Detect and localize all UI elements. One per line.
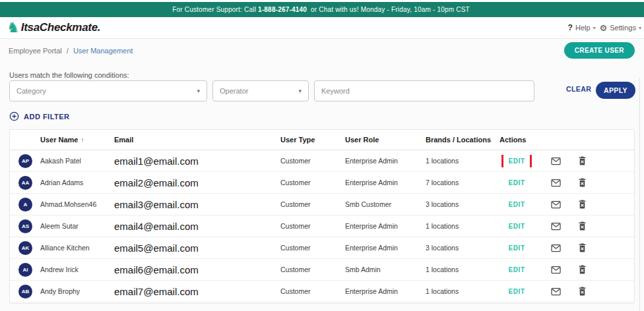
- user-role-cell: Smb Admin: [345, 266, 426, 273]
- delete-user-button[interactable]: [578, 243, 587, 252]
- column-header-user-role[interactable]: User Role: [345, 136, 426, 144]
- category-select[interactable]: Category ▾: [9, 80, 207, 101]
- envelope-icon: [551, 287, 561, 296]
- send-email-button[interactable]: [551, 244, 561, 252]
- scrollbar-track[interactable]: [639, 78, 640, 311]
- column-header-brands-locations[interactable]: Brands / Locations: [426, 136, 499, 144]
- user-role-cell: Enterprise Admin: [345, 287, 426, 295]
- add-filter-button[interactable]: ADD FILTER: [9, 111, 70, 121]
- brand-logo-text: ItsaCheckmate.: [21, 21, 101, 34]
- breadcrumb: Employee Portal / User Management: [9, 47, 133, 55]
- user-name-cell: Aleem Sutar: [40, 222, 114, 230]
- clear-button[interactable]: CLEAR: [566, 85, 591, 93]
- user-role-cell: Enterprise Admin: [345, 222, 426, 230]
- user-name-cell: Andrew Irick: [40, 266, 114, 273]
- settings-menu[interactable]: ⚙ Settings ▾: [600, 23, 641, 33]
- edit-button-wrap: EDIT: [499, 285, 534, 298]
- email-cell: email4@email.com: [114, 221, 280, 232]
- support-banner: For Customer Support: Call 1-888-267-414…: [0, 2, 644, 17]
- edit-button[interactable]: EDIT: [504, 264, 529, 276]
- apply-button[interactable]: APPLY: [596, 82, 635, 99]
- send-email-button[interactable]: [551, 157, 561, 165]
- edit-button[interactable]: EDIT: [504, 198, 529, 211]
- email-cell: email5@email.com: [114, 242, 280, 254]
- table-row[interactable]: AI Andrew Irick email6@email.com Custome…: [10, 259, 634, 281]
- column-header-user-name[interactable]: User Name ↑: [40, 136, 114, 144]
- send-email-button[interactable]: [551, 287, 561, 296]
- user-role-cell: Enterprise Admin: [345, 157, 426, 165]
- settings-menu-label: Settings: [610, 24, 636, 32]
- edit-button[interactable]: EDIT: [504, 220, 529, 233]
- envelope-icon: [551, 179, 561, 187]
- header-menu: ? Help ▾ ⚙ Settings ▾: [568, 23, 644, 33]
- add-filter-label: ADD FILTER: [24, 113, 70, 121]
- keyword-input[interactable]: [321, 87, 527, 95]
- user-type-cell: Customer: [280, 266, 345, 273]
- user-name-cell: Ahmad.Mohsen46: [40, 200, 114, 208]
- avatar: A: [18, 198, 32, 212]
- table-body: AP Aakash Patel email1@email.com Custome…: [10, 150, 634, 302]
- edit-button-wrap: EDIT: [499, 242, 534, 254]
- app-header: ♞ ItsaCheckmate. ? Help ▾ ⚙ Settings ▾: [0, 17, 644, 39]
- send-email-button[interactable]: [551, 266, 561, 274]
- envelope-icon: [551, 244, 561, 252]
- create-user-button[interactable]: CREATE USER: [564, 42, 635, 59]
- chevron-down-icon: ▾: [593, 25, 596, 31]
- table-row[interactable]: AP Aakash Patel email1@email.com Custome…: [10, 150, 634, 172]
- email-cell: email3@email.com: [114, 199, 280, 210]
- delete-user-button[interactable]: [578, 200, 587, 209]
- send-email-button[interactable]: [551, 222, 561, 231]
- send-email-button[interactable]: [551, 179, 561, 187]
- actions-cell: EDIT: [499, 177, 635, 189]
- envelope-icon: [551, 157, 561, 165]
- page-content: Employee Portal / User Management CREATE…: [0, 39, 644, 311]
- edit-button[interactable]: EDIT: [504, 285, 529, 298]
- email-cell: email1@email.com: [114, 156, 280, 167]
- gear-icon: ⚙: [600, 23, 608, 33]
- users-table: User Name ↑ Email User Type User Role Br…: [9, 129, 635, 304]
- breadcrumb-separator: /: [67, 47, 69, 55]
- actions-cell: EDIT: [499, 264, 635, 276]
- locations-cell: 3 locations: [426, 244, 499, 252]
- question-mark-icon: ?: [568, 23, 573, 32]
- table-row[interactable]: A Ahmad.Mohsen46 email3@email.com Custom…: [10, 194, 634, 215]
- locations-cell: 1 locations: [426, 266, 499, 273]
- delete-user-button[interactable]: [578, 221, 587, 231]
- user-type-cell: Customer: [280, 179, 345, 186]
- envelope-icon: [551, 222, 561, 231]
- delete-user-button[interactable]: [578, 178, 587, 187]
- trash-icon: [578, 243, 587, 252]
- help-menu[interactable]: ? Help ▾: [568, 23, 596, 32]
- edit-button[interactable]: EDIT: [504, 242, 529, 254]
- filter-conditions-label: Users match the following conditions:: [9, 71, 129, 79]
- edit-button-wrap: EDIT: [499, 220, 534, 233]
- avatar-cell: AI: [10, 263, 40, 277]
- table-row[interactable]: AA Adrian Adams email2@email.com Custome…: [10, 172, 634, 194]
- delete-user-button[interactable]: [578, 156, 587, 165]
- user-type-cell: Customer: [280, 244, 345, 252]
- column-header-user-type[interactable]: User Type: [280, 136, 345, 144]
- column-header-actions: Actions: [499, 136, 635, 144]
- table-row[interactable]: AK Alliance Kitchen email5@email.com Cus…: [10, 237, 634, 259]
- edit-button[interactable]: EDIT: [504, 177, 529, 189]
- table-row[interactable]: AS Aleem Sutar email4@email.com Customer…: [10, 215, 634, 237]
- table-row[interactable]: AB Andy Brophy email7@email.com Customer…: [10, 281, 634, 302]
- avatar-cell: AB: [10, 285, 40, 298]
- brand-logo[interactable]: ♞ ItsaCheckmate.: [7, 20, 100, 35]
- chevron-down-icon: ▾: [639, 25, 641, 31]
- envelope-icon: [551, 200, 561, 209]
- locations-cell: 1 locations: [426, 287, 499, 295]
- delete-user-button[interactable]: [578, 287, 587, 296]
- user-role-cell: Smb Customer: [345, 200, 426, 208]
- operator-select[interactable]: Operator ▾: [212, 80, 309, 101]
- category-placeholder: Category: [16, 87, 197, 95]
- user-role-cell: Enterprise Admin: [345, 179, 426, 186]
- send-email-button[interactable]: [551, 200, 561, 209]
- edit-button[interactable]: EDIT: [504, 155, 529, 167]
- delete-user-button[interactable]: [578, 265, 587, 274]
- help-menu-label: Help: [575, 24, 591, 32]
- operator-placeholder: Operator: [220, 87, 298, 95]
- edit-button-wrap: EDIT: [499, 155, 534, 167]
- column-header-email[interactable]: Email: [114, 136, 280, 144]
- breadcrumb-current-link[interactable]: User Management: [73, 47, 133, 55]
